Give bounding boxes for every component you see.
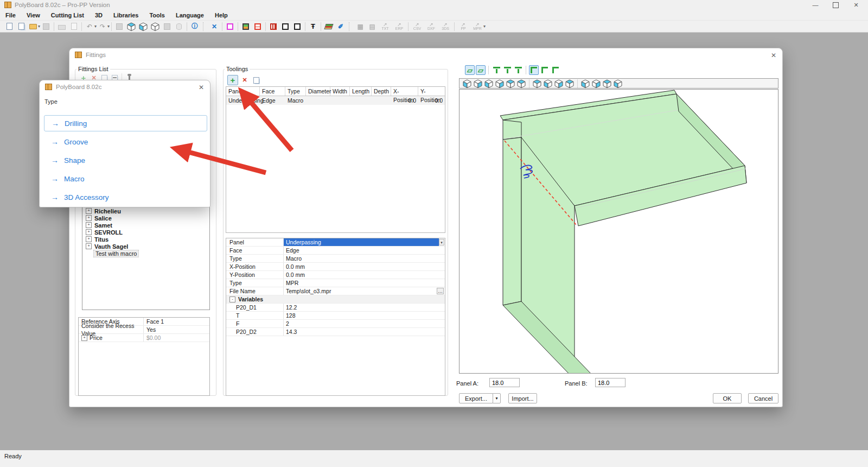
grid-row-panel[interactable]: Panel Underpassing ▾ <box>226 238 445 247</box>
expand-icon[interactable]: + <box>81 335 87 341</box>
dxf-export-icon[interactable]: ↗DXF <box>424 21 438 31</box>
grid-row-variable[interactable]: P20_D2 14.3 <box>226 328 445 336</box>
dropdown-icon[interactable]: ▾ <box>439 239 444 245</box>
grid-row-variable[interactable]: P20_D1 12.2 <box>226 304 445 312</box>
col-header[interactable]: X-Position <box>391 87 418 96</box>
materials-icon[interactable] <box>323 21 335 31</box>
tree-item[interactable]: +Richelieu <box>82 207 209 214</box>
frame-colored-icon[interactable] <box>240 21 252 31</box>
view-bottom-icon[interactable] <box>516 79 526 88</box>
tools-icon[interactable]: ✕ <box>208 21 220 31</box>
tree-item[interactable]: +SEVROLL <box>82 229 209 236</box>
tree-item-selected[interactable]: Test with macro <box>82 250 209 257</box>
view-iso-3-icon[interactable] <box>554 79 564 88</box>
grid-row[interactable]: X-Position 0.0 mm <box>226 263 445 271</box>
info-icon[interactable]: ⓘ <box>189 21 201 31</box>
minimize-button[interactable]: — <box>806 0 825 10</box>
frame-black-icon[interactable] <box>279 21 291 31</box>
type-dialog-close-icon[interactable]: ✕ <box>197 83 206 92</box>
expand-icon[interactable]: + <box>86 208 92 214</box>
cube-dimensions-icon[interactable] <box>137 21 149 31</box>
menu-help[interactable]: Help <box>209 12 233 18</box>
view-left-icon[interactable] <box>484 79 494 88</box>
menu-cutting-list[interactable]: Cutting List <box>46 12 90 18</box>
grid-row[interactable]: Face Edge <box>226 247 445 255</box>
tree-item[interactable]: +Titus <box>82 236 209 243</box>
view-top-icon[interactable] <box>506 79 515 88</box>
menu-tools[interactable]: Tools <box>144 12 170 18</box>
expand-icon[interactable]: + <box>86 243 92 249</box>
grid-row[interactable]: Type MPR <box>226 279 445 287</box>
new-from-template-icon[interactable] <box>15 21 27 31</box>
cube-3d-icon[interactable] <box>125 21 137 31</box>
grid-row[interactable]: Type Macro <box>226 255 445 263</box>
panel-a-input[interactable] <box>489 378 520 387</box>
3ds-export-icon[interactable]: ↗3DS <box>438 21 452 31</box>
tooling-row[interactable]: Underpassing Edge Macro 0.0 0.0 <box>226 96 445 105</box>
col-header[interactable]: Length <box>350 87 372 96</box>
cutting-list-grid-icon[interactable]: ▦ <box>354 21 366 31</box>
csv-export-icon[interactable]: ↗CSV <box>410 21 424 31</box>
export-dropdown-icon[interactable]: ▾ <box>493 393 501 403</box>
col-header[interactable]: Y-Position <box>418 87 445 96</box>
option-drilling[interactable]: → Drilling <box>44 115 207 131</box>
view-iso-6-icon[interactable] <box>591 79 601 88</box>
ok-button[interactable]: OK <box>713 393 742 403</box>
pp-export-icon[interactable]: ↗PP <box>456 21 470 31</box>
menu-language[interactable]: Language <box>170 12 209 18</box>
col-header[interactable]: Type <box>285 87 306 96</box>
3d-viewport[interactable] <box>459 89 778 374</box>
import-button[interactable]: Import... <box>508 393 537 403</box>
joint-t-offset-icon[interactable] <box>502 65 512 75</box>
frame-split-icon[interactable] <box>291 21 303 31</box>
export-button[interactable]: Export... <box>459 393 493 403</box>
paste-tooling-icon[interactable] <box>251 75 261 85</box>
menu-file[interactable]: File <box>0 12 21 18</box>
rotate-view-icon[interactable] <box>161 21 173 31</box>
grid-row-variable[interactable]: T 128 <box>226 312 445 320</box>
redo-icon[interactable]: ↷ <box>97 21 108 31</box>
print-icon[interactable] <box>56 21 68 31</box>
print-preview-icon[interactable] <box>68 21 80 31</box>
expand-icon[interactable]: + <box>86 215 92 221</box>
prop-value[interactable]: Face 1 <box>144 318 209 325</box>
view-iso-4-icon[interactable] <box>565 79 575 88</box>
grid-row-variable[interactable]: F 2 <box>226 320 445 328</box>
grid-group-variables[interactable]: -Variables <box>226 295 445 304</box>
expand-icon[interactable]: + <box>86 229 92 235</box>
save-icon[interactable] <box>40 21 52 31</box>
col-header[interactable]: Panel <box>226 87 260 96</box>
joint-corner-2-icon[interactable] <box>540 65 550 75</box>
grid-row[interactable]: Y-Position 0.0 mm <box>226 271 445 279</box>
prop-value[interactable]: $0.00 <box>144 334 209 342</box>
menu-view[interactable]: View <box>21 12 46 18</box>
tree-item[interactable]: +Vauth Sagel <box>82 243 209 250</box>
txt-export-icon[interactable]: ↗TXT <box>378 21 392 31</box>
tree-item[interactable]: +Samet <box>82 222 209 229</box>
col-header[interactable]: Width <box>330 87 350 96</box>
view-iso-2-icon[interactable] <box>543 79 553 88</box>
view-iso-1-icon[interactable] <box>532 79 542 88</box>
prop-value[interactable]: Yes <box>144 326 209 333</box>
view-iso-5-icon[interactable] <box>580 79 590 88</box>
expand-icon[interactable]: + <box>86 222 92 228</box>
frame-maze-icon[interactable] <box>267 21 279 31</box>
option-groove[interactable]: → Groove <box>44 134 207 150</box>
view-right-icon[interactable] <box>495 79 505 88</box>
new-document-icon[interactable] <box>3 21 15 31</box>
fittings-dialog-close-icon[interactable]: ✕ <box>769 51 778 60</box>
collapse-icon[interactable]: - <box>229 296 235 302</box>
option-shape[interactable]: → Shape <box>44 152 207 168</box>
joint-t-icon[interactable] <box>492 65 501 75</box>
cube-small-icon[interactable] <box>149 21 161 31</box>
col-header[interactable]: Diameter <box>306 87 330 96</box>
grid-row-filename[interactable]: File Name Temp\slot_o3.mpr … <box>226 287 445 295</box>
add-tooling-icon[interactable]: + <box>227 75 238 85</box>
undo-icon[interactable]: ↶ <box>84 21 95 31</box>
restore-button[interactable] <box>826 0 845 10</box>
open-file-icon[interactable] <box>27 21 39 31</box>
mpr-export-icon[interactable]: ↗MPR <box>470 21 484 31</box>
col-header[interactable]: Depth <box>372 87 391 96</box>
view-back-icon[interactable] <box>473 79 483 88</box>
panel-b-input[interactable] <box>595 378 626 387</box>
